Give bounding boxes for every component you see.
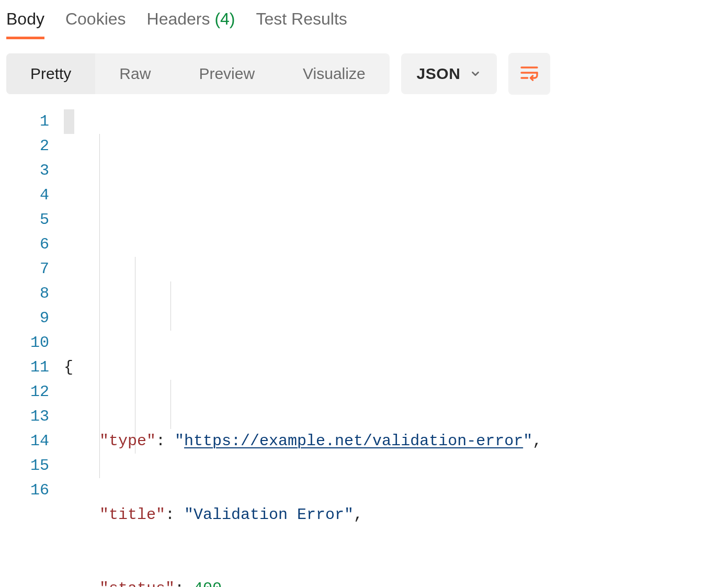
line-number: 1 [6,109,49,134]
code-line: "type": "https://example.net/validation-… [64,429,617,454]
line-number: 3 [6,159,49,183]
code-line: { [64,355,617,380]
line-number: 10 [6,331,49,355]
line-number: 12 [6,380,49,404]
wrap-lines-icon [519,62,540,85]
format-select-label: JSON [417,65,461,83]
line-number: 7 [6,257,49,281]
line-number: 14 [6,429,49,454]
line-number: 11 [6,355,49,380]
type-url-link[interactable]: https://example.net/validation-error [184,432,523,450]
line-number: 6 [6,232,49,257]
indent-guide [170,380,171,429]
line-number: 13 [6,404,49,429]
view-raw[interactable]: Raw [95,53,175,94]
response-body-viewer: 1 2 3 4 5 6 7 8 9 10 11 12 13 14 15 16 {… [6,109,722,587]
wrap-text-button[interactable] [508,53,550,95]
line-number: 8 [6,281,49,306]
line-number: 5 [6,208,49,232]
chevron-down-icon [470,68,481,80]
view-mode-toggle: Pretty Raw Preview Visualize [6,53,390,94]
body-controls-row: Pretty Raw Preview Visualize JSON [6,53,722,95]
tab-body[interactable]: Body [6,5,44,37]
indent-guide [170,281,171,331]
tab-test-results[interactable]: Test Results [256,5,347,37]
code-line: "status": 400, [64,577,617,587]
view-pretty[interactable]: Pretty [6,53,95,94]
line-number: 9 [6,306,49,331]
line-number: 16 [6,478,49,503]
tab-headers[interactable]: Headers (4) [147,5,235,37]
format-select[interactable]: JSON [401,53,497,94]
headers-count-badge: (4) [214,9,235,28]
line-number-gutter: 1 2 3 4 5 6 7 8 9 10 11 12 13 14 15 16 [6,109,64,587]
indent-guide [99,134,100,478]
view-visualize[interactable]: Visualize [279,53,390,94]
tab-headers-label: Headers [147,9,210,28]
tab-cookies[interactable]: Cookies [65,5,126,37]
line-number: 4 [6,183,49,208]
line-number: 2 [6,134,49,159]
view-preview[interactable]: Preview [175,53,279,94]
response-tabs: Body Cookies Headers (4) Test Results [6,5,722,41]
fold-handle-top[interactable] [64,109,74,134]
line-number: 15 [6,454,49,478]
code-line: "title": "Validation Error", [64,503,617,527]
code-content[interactable]: { "type": "https://example.net/validatio… [64,109,617,587]
